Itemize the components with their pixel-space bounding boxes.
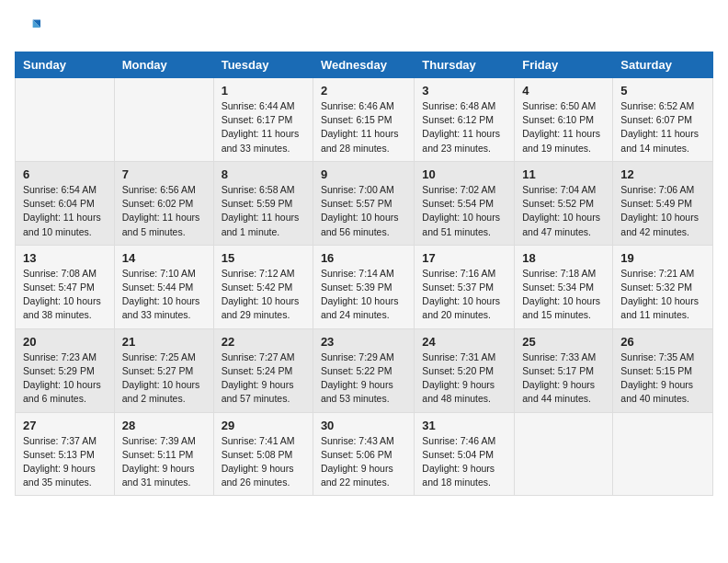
day-info: Sunrise: 7:33 AMSunset: 5:17 PMDaylight:… bbox=[522, 350, 605, 407]
calendar-cell: 7Sunrise: 6:56 AMSunset: 6:02 PMDaylight… bbox=[114, 161, 213, 245]
weekday-monday: Monday bbox=[114, 52, 213, 78]
day-info: Sunrise: 7:04 AMSunset: 5:52 PMDaylight:… bbox=[522, 183, 605, 239]
calendar-cell: 5Sunrise: 6:52 AMSunset: 6:07 PMDaylight… bbox=[613, 78, 713, 162]
calendar-cell: 12Sunrise: 7:06 AMSunset: 5:49 PMDayligh… bbox=[613, 161, 713, 245]
calendar-cell: 11Sunrise: 7:04 AMSunset: 5:52 PMDayligh… bbox=[515, 161, 613, 245]
calendar-cell: 20Sunrise: 7:23 AMSunset: 5:29 PMDayligh… bbox=[16, 328, 115, 412]
day-info: Sunrise: 7:27 AMSunset: 5:24 PMDaylight:… bbox=[222, 350, 305, 407]
calendar-cell: 31Sunrise: 7:46 AMSunset: 5:04 PMDayligh… bbox=[415, 412, 515, 496]
weekday-tuesday: Tuesday bbox=[213, 52, 313, 78]
calendar-cell: 1Sunrise: 6:44 AMSunset: 6:17 PMDaylight… bbox=[213, 78, 313, 162]
day-info: Sunrise: 6:50 AMSunset: 6:10 PMDaylight:… bbox=[522, 99, 605, 155]
day-number: 26 bbox=[620, 335, 705, 349]
calendar-cell bbox=[613, 412, 713, 496]
calendar-cell: 16Sunrise: 7:14 AMSunset: 5:39 PMDayligh… bbox=[313, 245, 414, 328]
day-number: 17 bbox=[422, 251, 506, 265]
calendar-cell: 29Sunrise: 7:41 AMSunset: 5:08 PMDayligh… bbox=[213, 412, 313, 496]
day-info: Sunrise: 7:16 AMSunset: 5:37 PMDaylight:… bbox=[422, 267, 506, 323]
weekday-saturday: Saturday bbox=[613, 52, 713, 78]
calendar-cell: 24Sunrise: 7:31 AMSunset: 5:20 PMDayligh… bbox=[415, 328, 515, 412]
calendar-cell: 2Sunrise: 6:46 AMSunset: 6:15 PMDaylight… bbox=[313, 78, 414, 162]
day-info: Sunrise: 7:35 AMSunset: 5:15 PMDaylight:… bbox=[620, 350, 705, 407]
calendar-cell: 27Sunrise: 7:37 AMSunset: 5:13 PMDayligh… bbox=[16, 412, 115, 496]
logo-icon bbox=[15, 15, 40, 40]
day-info: Sunrise: 7:10 AMSunset: 5:44 PMDaylight:… bbox=[122, 267, 206, 323]
day-info: Sunrise: 7:12 AMSunset: 5:42 PMDaylight:… bbox=[222, 267, 305, 323]
weekday-sunday: Sunday bbox=[16, 52, 115, 78]
day-info: Sunrise: 7:23 AMSunset: 5:29 PMDaylight:… bbox=[23, 350, 107, 407]
calendar-cell: 28Sunrise: 7:39 AMSunset: 5:11 PMDayligh… bbox=[114, 412, 213, 496]
weekday-friday: Friday bbox=[515, 52, 613, 78]
day-number: 9 bbox=[321, 167, 406, 181]
day-info: Sunrise: 7:31 AMSunset: 5:20 PMDaylight:… bbox=[422, 350, 506, 407]
calendar-cell: 22Sunrise: 7:27 AMSunset: 5:24 PMDayligh… bbox=[213, 328, 313, 412]
calendar-week-0: 1Sunrise: 6:44 AMSunset: 6:17 PMDaylight… bbox=[16, 78, 713, 162]
day-number: 2 bbox=[321, 84, 406, 98]
day-number: 25 bbox=[522, 335, 605, 349]
day-number: 18 bbox=[522, 251, 605, 265]
day-number: 29 bbox=[222, 419, 305, 432]
day-number: 30 bbox=[321, 419, 406, 432]
day-info: Sunrise: 7:00 AMSunset: 5:57 PMDaylight:… bbox=[321, 183, 406, 239]
logo bbox=[15, 15, 44, 40]
day-info: Sunrise: 6:54 AMSunset: 6:04 PMDaylight:… bbox=[23, 183, 107, 239]
day-info: Sunrise: 7:43 AMSunset: 5:06 PMDaylight:… bbox=[321, 434, 406, 490]
calendar-cell: 10Sunrise: 7:02 AMSunset: 5:54 PMDayligh… bbox=[415, 161, 515, 245]
day-info: Sunrise: 7:39 AMSunset: 5:11 PMDaylight:… bbox=[122, 434, 206, 490]
day-number: 8 bbox=[222, 167, 305, 181]
day-number: 19 bbox=[620, 251, 705, 265]
day-info: Sunrise: 7:25 AMSunset: 5:27 PMDaylight:… bbox=[122, 350, 206, 407]
day-info: Sunrise: 7:29 AMSunset: 5:22 PMDaylight:… bbox=[321, 350, 406, 407]
calendar-cell: 15Sunrise: 7:12 AMSunset: 5:42 PMDayligh… bbox=[213, 245, 313, 328]
calendar-cell: 17Sunrise: 7:16 AMSunset: 5:37 PMDayligh… bbox=[415, 245, 515, 328]
day-number: 3 bbox=[422, 84, 506, 98]
day-info: Sunrise: 7:46 AMSunset: 5:04 PMDaylight:… bbox=[422, 434, 506, 490]
calendar-cell: 13Sunrise: 7:08 AMSunset: 5:47 PMDayligh… bbox=[16, 245, 115, 328]
day-info: Sunrise: 7:41 AMSunset: 5:08 PMDaylight:… bbox=[222, 434, 305, 490]
day-number: 12 bbox=[620, 167, 705, 181]
calendar-cell bbox=[515, 412, 613, 496]
weekday-header-row: SundayMondayTuesdayWednesdayThursdayFrid… bbox=[16, 52, 713, 78]
calendar-cell: 30Sunrise: 7:43 AMSunset: 5:06 PMDayligh… bbox=[313, 412, 414, 496]
calendar-week-4: 27Sunrise: 7:37 AMSunset: 5:13 PMDayligh… bbox=[16, 412, 713, 496]
day-number: 7 bbox=[122, 167, 206, 181]
calendar-body: 1Sunrise: 6:44 AMSunset: 6:17 PMDaylight… bbox=[16, 78, 713, 496]
day-number: 1 bbox=[222, 84, 305, 98]
day-info: Sunrise: 6:52 AMSunset: 6:07 PMDaylight:… bbox=[620, 99, 705, 155]
day-info: Sunrise: 7:06 AMSunset: 5:49 PMDaylight:… bbox=[620, 183, 705, 239]
day-number: 22 bbox=[222, 335, 305, 349]
day-number: 16 bbox=[321, 251, 406, 265]
calendar-week-3: 20Sunrise: 7:23 AMSunset: 5:29 PMDayligh… bbox=[16, 328, 713, 412]
day-number: 31 bbox=[422, 419, 506, 432]
day-number: 21 bbox=[122, 335, 206, 349]
calendar-cell: 18Sunrise: 7:18 AMSunset: 5:34 PMDayligh… bbox=[515, 245, 613, 328]
day-number: 11 bbox=[522, 167, 605, 181]
day-info: Sunrise: 6:58 AMSunset: 5:59 PMDaylight:… bbox=[222, 183, 305, 239]
day-number: 28 bbox=[122, 419, 206, 432]
calendar-cell: 9Sunrise: 7:00 AMSunset: 5:57 PMDaylight… bbox=[313, 161, 414, 245]
day-info: Sunrise: 7:02 AMSunset: 5:54 PMDaylight:… bbox=[422, 183, 506, 239]
day-number: 27 bbox=[23, 419, 107, 432]
day-info: Sunrise: 7:08 AMSunset: 5:47 PMDaylight:… bbox=[23, 267, 107, 323]
calendar-cell: 25Sunrise: 7:33 AMSunset: 5:17 PMDayligh… bbox=[515, 328, 613, 412]
calendar-cell: 3Sunrise: 6:48 AMSunset: 6:12 PMDaylight… bbox=[415, 78, 515, 162]
day-info: Sunrise: 7:21 AMSunset: 5:32 PMDaylight:… bbox=[620, 267, 705, 323]
day-info: Sunrise: 7:14 AMSunset: 5:39 PMDaylight:… bbox=[321, 267, 406, 323]
day-info: Sunrise: 6:56 AMSunset: 6:02 PMDaylight:… bbox=[122, 183, 206, 239]
calendar-cell bbox=[114, 78, 213, 162]
page-header bbox=[15, 15, 713, 40]
day-info: Sunrise: 6:44 AMSunset: 6:17 PMDaylight:… bbox=[222, 99, 305, 155]
calendar-header: SundayMondayTuesdayWednesdayThursdayFrid… bbox=[16, 52, 713, 78]
calendar-cell: 4Sunrise: 6:50 AMSunset: 6:10 PMDaylight… bbox=[515, 78, 613, 162]
day-number: 10 bbox=[422, 167, 506, 181]
calendar-cell: 14Sunrise: 7:10 AMSunset: 5:44 PMDayligh… bbox=[114, 245, 213, 328]
weekday-thursday: Thursday bbox=[415, 52, 515, 78]
calendar-table: SundayMondayTuesdayWednesdayThursdayFrid… bbox=[15, 52, 713, 496]
day-number: 6 bbox=[23, 167, 107, 181]
day-info: Sunrise: 6:46 AMSunset: 6:15 PMDaylight:… bbox=[321, 99, 406, 155]
day-number: 23 bbox=[321, 335, 406, 349]
calendar-week-2: 13Sunrise: 7:08 AMSunset: 5:47 PMDayligh… bbox=[16, 245, 713, 328]
calendar-week-1: 6Sunrise: 6:54 AMSunset: 6:04 PMDaylight… bbox=[16, 161, 713, 245]
day-number: 13 bbox=[23, 251, 107, 265]
calendar-cell: 6Sunrise: 6:54 AMSunset: 6:04 PMDaylight… bbox=[16, 161, 115, 245]
